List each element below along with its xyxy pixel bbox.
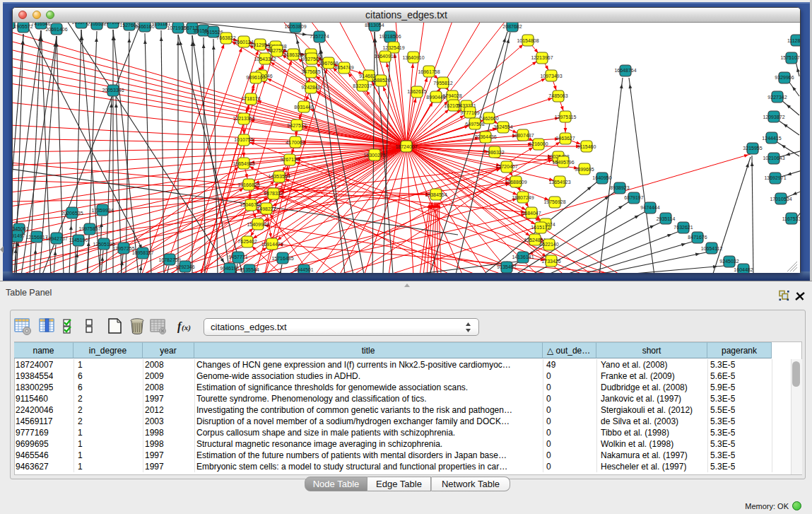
svg-text:13692971: 13692971 [764,175,786,180]
svg-text:9896103: 9896103 [246,75,265,80]
svg-text:19166825: 19166825 [237,182,259,187]
svg-text:1733426: 1733426 [541,259,560,264]
svg-text:6879197: 6879197 [624,195,643,200]
svg-text:10210643: 10210643 [763,156,784,160]
svg-text:7462660: 7462660 [479,116,498,121]
svg-text:1615172: 1615172 [531,225,550,230]
svg-text:9245032: 9245032 [719,259,739,264]
svg-text:1244415: 1244415 [762,136,781,141]
svg-text:16648764: 16648764 [614,68,636,73]
svg-text:10807487: 10807487 [512,133,534,138]
svg-text:7625402: 7625402 [237,239,257,244]
svg-text:1010755: 1010755 [234,137,253,142]
svg-text:(x): (x) [182,323,191,332]
svg-text:7416546: 7416546 [31,23,50,26]
svg-text:1362615: 1362615 [407,89,426,94]
svg-text:7515526: 7515526 [204,30,223,35]
svg-text:1905572: 1905572 [13,24,33,29]
svg-text:12325419: 12325419 [382,45,404,50]
svg-text:7485063: 7485063 [548,93,567,98]
svg-text:16961758: 16961758 [418,69,440,74]
svg-text:8454749: 8454749 [334,65,353,70]
svg-text:12505195: 12505195 [93,242,114,247]
svg-text:9899695: 9899695 [575,167,594,172]
svg-text:15300275: 15300275 [363,153,385,158]
svg-text:12213967: 12213967 [531,55,553,60]
svg-text:10154808: 10154808 [517,38,539,43]
svg-text:3267130: 3267130 [280,157,299,162]
svg-text:10973493: 10973493 [540,74,562,78]
svg-text:17359934: 17359934 [91,208,113,213]
svg-text:9777169: 9777169 [460,110,479,115]
svg-text:20206535: 20206535 [61,211,83,216]
svg-text:19975857: 19975857 [78,226,100,231]
svg-text:7632621: 7632621 [673,225,693,230]
svg-text:8186328: 8186328 [283,52,302,57]
svg-text:10688609: 10688609 [505,180,526,185]
svg-text:12942737: 12942737 [45,236,67,241]
svg-text:6216000: 6216000 [529,141,548,146]
svg-text:1112854: 1112854 [787,38,800,43]
svg-text:8031440: 8031440 [294,105,313,110]
svg-text:16914479: 16914479 [261,242,283,247]
svg-text:9457771: 9457771 [228,255,247,259]
svg-text:14353594: 14353594 [268,174,290,179]
svg-text:19218506: 19218506 [379,34,401,39]
svg-text:8813054: 8813054 [365,23,384,28]
svg-text:7955812: 7955812 [433,81,452,86]
svg-text:5878332: 5878332 [264,191,283,196]
svg-text:15751074: 15751074 [780,55,800,60]
svg-text:991497: 991497 [13,233,25,238]
svg-text:2087682: 2087682 [502,24,522,29]
svg-text:9427512: 9427512 [287,123,306,128]
svg-text:10958117: 10958117 [132,250,154,255]
svg-text:13640910: 13640910 [402,55,424,60]
svg-text:2522140: 2522140 [539,242,558,247]
svg-text:7663822: 7663822 [216,35,235,40]
svg-text:12156817: 12156817 [25,235,47,240]
svg-text:20053346: 20053346 [102,88,124,93]
svg-text:19654985: 19654985 [233,161,254,166]
svg-text:4170062: 4170062 [286,140,305,145]
svg-text:15409948: 15409948 [247,222,269,227]
svg-text:3475685: 3475685 [301,69,320,74]
svg-text:8471676: 8471676 [688,235,707,240]
svg-text:8938923: 8938923 [610,185,629,190]
svg-text:19756928: 19756928 [543,199,565,204]
svg-text:9242848: 9242848 [301,85,320,90]
svg-text:9329966: 9329966 [775,75,794,80]
svg-text:2935114: 2935114 [657,216,676,221]
svg-text:1588520: 1588520 [371,78,390,83]
svg-text:18724007: 18724007 [395,144,417,149]
svg-text:1640950: 1640950 [592,175,611,180]
svg-text:9474444: 9474444 [640,205,659,210]
svg-text:19384554: 19384554 [425,192,447,197]
svg-text:15495796: 15495796 [552,160,574,165]
svg-text:12093872: 12093872 [763,115,784,119]
svg-text:2718176: 2718176 [241,96,260,101]
svg-text:3624554: 3624554 [493,124,512,129]
svg-text:9227342: 9227342 [767,95,787,100]
svg-text:1604482: 1604482 [734,267,753,272]
svg-text:9684047: 9684047 [522,211,541,216]
svg-text:4498222: 4498222 [257,206,276,211]
svg-text:8322037: 8322037 [353,83,372,88]
svg-text:7986322: 7986322 [485,150,504,155]
svg-text:12213363: 12213363 [233,116,254,121]
svg-text:9046191: 9046191 [220,266,239,271]
svg-text:15716485: 15716485 [271,256,293,261]
svg-text:20691406: 20691406 [45,27,67,32]
svg-text:12975115: 12975115 [555,115,577,119]
svg-text:16782759: 16782759 [158,257,180,262]
svg-text:18807249: 18807249 [512,195,534,200]
svg-text:1292346: 1292346 [175,264,194,269]
svg-text:14136141: 14136141 [512,255,534,259]
svg-text:9115460: 9115460 [577,144,596,149]
svg-text:20364436: 20364436 [474,134,496,139]
svg-text:15720407: 15720407 [495,164,517,169]
svg-text:10543362: 10543362 [254,57,276,62]
svg-text:8135544: 8135544 [240,267,259,272]
svg-text:17010534: 17010534 [770,197,792,201]
svg-text:7357274: 7357274 [310,34,329,39]
svg-text:16640910: 16640910 [374,54,396,59]
